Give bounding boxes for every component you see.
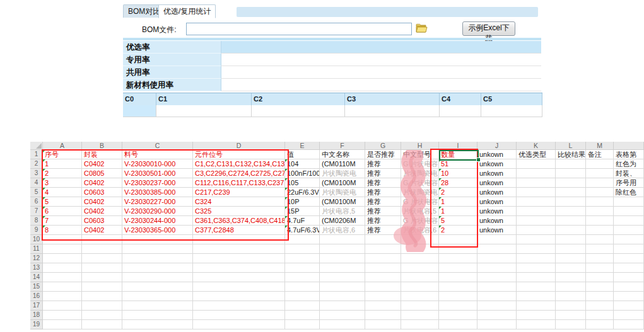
- cell-N16[interactable]: [614, 292, 644, 301]
- cell-N1[interactable]: 表格第: [614, 150, 644, 159]
- cell-N14[interactable]: [614, 273, 644, 282]
- column-header-E[interactable]: E: [285, 142, 320, 150]
- cell-K10[interactable]: [517, 235, 556, 244]
- cell-N10[interactable]: [614, 235, 644, 244]
- cell-I10[interactable]: [439, 235, 477, 244]
- cell-J14[interactable]: [477, 273, 517, 282]
- cell-B10[interactable]: [82, 235, 122, 244]
- cell-D6[interactable]: C324: [193, 197, 285, 207]
- cell-I17[interactable]: [439, 301, 477, 311]
- cell-D17[interactable]: [193, 301, 285, 311]
- cell-E4[interactable]: 105: [285, 178, 320, 188]
- cell-L12[interactable]: [556, 254, 586, 263]
- cell-K9[interactable]: [517, 226, 556, 235]
- cell-J16[interactable]: [477, 292, 517, 301]
- column-header-J[interactable]: J: [477, 142, 517, 150]
- cell-J10[interactable]: [477, 235, 517, 244]
- result-cell-C5[interactable]: [481, 105, 542, 117]
- cell-D12[interactable]: [193, 254, 285, 263]
- cell-I9[interactable]: 2: [439, 226, 477, 235]
- row-header-17[interactable]: 17: [30, 301, 43, 311]
- cell-H6[interactable]: G 片状电容: [401, 197, 439, 207]
- cell-E13[interactable]: [285, 263, 320, 273]
- row-header-18[interactable]: 18: [30, 311, 43, 320]
- cell-F16[interactable]: [320, 292, 365, 301]
- cell-I18[interactable]: [439, 311, 477, 320]
- cell-F1[interactable]: 中文名称: [320, 150, 365, 159]
- cell-K7[interactable]: [517, 207, 556, 216]
- cell-B14[interactable]: [82, 273, 122, 282]
- cell-B1[interactable]: 封装: [82, 150, 122, 159]
- cell-M13[interactable]: [586, 263, 614, 273]
- cell-I2[interactable]: 51: [439, 159, 477, 169]
- cell-I19[interactable]: [439, 320, 477, 329]
- cell-C14[interactable]: [122, 273, 193, 282]
- cell-G10[interactable]: [365, 235, 401, 244]
- row-header-13[interactable]: 13: [30, 263, 43, 273]
- row-header-19[interactable]: 19: [30, 320, 43, 329]
- cell-M4[interactable]: [586, 178, 614, 188]
- cell-E6[interactable]: 10P: [285, 197, 320, 207]
- cell-B15[interactable]: [82, 282, 122, 292]
- cell-F3[interactable]: 片状陶瓷电: [320, 169, 365, 178]
- cell-J7[interactable]: unkown: [477, 207, 517, 216]
- cell-L3[interactable]: [556, 169, 586, 178]
- cell-F12[interactable]: [320, 254, 365, 263]
- cell-M14[interactable]: [586, 273, 614, 282]
- cell-M12[interactable]: [586, 254, 614, 263]
- result-cell-C4[interactable]: [440, 105, 481, 117]
- cell-N15[interactable]: [614, 282, 644, 292]
- cell-B17[interactable]: [82, 301, 122, 311]
- cell-K1[interactable]: 优选类型: [517, 150, 556, 159]
- cell-J18[interactable]: [477, 311, 517, 320]
- bom-file-input[interactable]: [186, 23, 412, 35]
- cell-I5[interactable]: 2: [439, 188, 477, 197]
- cell-A16[interactable]: [43, 292, 82, 301]
- cell-M16[interactable]: [586, 292, 614, 301]
- cell-G19[interactable]: [365, 320, 401, 329]
- cell-L2[interactable]: [556, 159, 586, 169]
- cell-H1[interactable]: 中文型号: [401, 150, 439, 159]
- cell-A12[interactable]: [43, 254, 82, 263]
- cell-B4[interactable]: C0402: [82, 178, 122, 188]
- row-header-10[interactable]: 10: [30, 235, 43, 244]
- cell-N11[interactable]: [614, 244, 644, 254]
- cell-H4[interactable]: G 片状电容: [401, 178, 439, 188]
- cell-I1[interactable]: 数量: [439, 150, 477, 159]
- row-header-2[interactable]: 2: [30, 159, 43, 169]
- column-header-I[interactable]: I: [439, 142, 477, 150]
- cell-E7[interactable]: 15P: [285, 207, 320, 216]
- cell-N7[interactable]: [614, 207, 644, 216]
- cell-G18[interactable]: [365, 311, 401, 320]
- cell-K11[interactable]: [517, 244, 556, 254]
- cell-F15[interactable]: [320, 282, 365, 292]
- cell-D13[interactable]: [193, 263, 285, 273]
- row-header-6[interactable]: 6: [30, 197, 43, 207]
- cell-L11[interactable]: [556, 244, 586, 254]
- cell-J15[interactable]: [477, 282, 517, 292]
- cell-H9[interactable]: 片状电容,6: [401, 226, 439, 235]
- cell-H14[interactable]: [401, 273, 439, 282]
- cell-H12[interactable]: [401, 254, 439, 263]
- column-header-n[interactable]: [614, 142, 644, 150]
- cell-C8[interactable]: V-23030244-000: [122, 216, 193, 226]
- cell-C11[interactable]: [122, 244, 193, 254]
- cell-F11[interactable]: [320, 244, 365, 254]
- cell-E8[interactable]: 4.7uF: [285, 216, 320, 226]
- cell-N12[interactable]: [614, 254, 644, 263]
- cell-E17[interactable]: [285, 301, 320, 311]
- cell-K14[interactable]: [517, 273, 556, 282]
- cell-I16[interactable]: [439, 292, 477, 301]
- result-col-header-C1[interactable]: C1: [156, 93, 252, 105]
- cell-J6[interactable]: unkown: [477, 197, 517, 207]
- cell-H8[interactable]: G 片状电容: [401, 216, 439, 226]
- cell-B9[interactable]: C0402: [82, 226, 122, 235]
- cell-K16[interactable]: [517, 292, 556, 301]
- cell-A6[interactable]: 5: [43, 197, 82, 207]
- cell-L10[interactable]: [556, 235, 586, 244]
- cell-G2[interactable]: 推荐: [365, 159, 401, 169]
- cell-K3[interactable]: [517, 169, 556, 178]
- cell-J5[interactable]: unkown: [477, 188, 517, 197]
- column-header-A[interactable]: A: [43, 142, 82, 150]
- cell-E9[interactable]: 4.7uF/6.3V: [285, 226, 320, 235]
